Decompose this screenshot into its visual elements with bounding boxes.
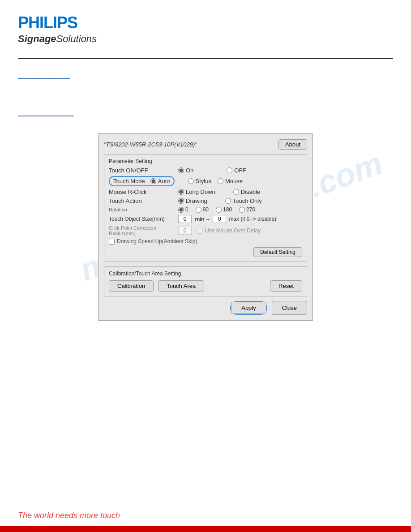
touch-action-touchonly-option[interactable]: Touch Only (225, 197, 262, 204)
touch-on-off-group: On OFF (178, 167, 246, 174)
touch-on-off-row: Touch ON/OFF On OFF (109, 167, 302, 174)
touch-mode-row: Touch Mode Auto Stylus Mouse (109, 176, 302, 186)
touch-object-max-input[interactable] (213, 215, 226, 223)
touch-mode-highlight: Touch Mode Auto (109, 176, 175, 186)
rotation-label: Rotation (109, 207, 178, 212)
rotation-row: Rotation 0 90 180 (109, 206, 302, 213)
rotation-90-radio[interactable] (196, 207, 201, 213)
drawing-speed-up-label: Drawing Speed Up(Ambient Skip) (117, 238, 197, 245)
dialog-wrapper: "TSI3202-W55R-2C53-10P(V1029)" About Par… (18, 133, 393, 321)
touch-action-label: Touch Action (109, 197, 178, 204)
touch-action-touchonly-text: Touch Only (233, 197, 262, 204)
rotation-0-option[interactable]: 0 (178, 206, 188, 213)
dialog-title: "TSI3202-W55R-2C53-10P(V1029)" (104, 141, 197, 148)
touch-action-drawing-text: Drawing (186, 197, 207, 204)
correction-label: Click Point Correction Radius(mm) (109, 225, 178, 236)
link-1[interactable]: _______________ (18, 72, 70, 79)
rotation-90-option[interactable]: 90 (196, 206, 209, 213)
philips-logo: PHILIPS (18, 13, 393, 32)
touch-mode-auto-option[interactable]: Auto (150, 178, 170, 184)
mouse-rclick-row: Mouse R-Click Long Down Disable (109, 189, 302, 195)
content-area: _______________ ________________ manuals… (0, 59, 411, 330)
touch-mode-auto-text: Auto (158, 178, 170, 184)
touch-mode-auto-radio[interactable] (150, 178, 156, 184)
touch-action-drawing-radio[interactable] (178, 198, 184, 204)
touch-action-touchonly-radio[interactable] (225, 198, 231, 204)
touch-object-size-label: Touch Object Size(mm) (109, 216, 178, 222)
touch-action-drawing-option[interactable]: Drawing (178, 197, 207, 204)
touch-object-min-input[interactable] (178, 215, 192, 223)
rotation-270-radio[interactable] (239, 207, 245, 213)
touch-on-text: On (186, 167, 193, 174)
mouse-rclick-longdown-text: Long Down (186, 189, 215, 195)
calibration-group: Calibration/Touch Area Setting Calibrati… (104, 266, 307, 296)
touch-off-radio[interactable] (227, 167, 232, 173)
touch-off-text: OFF (234, 167, 246, 174)
touch-mode-mouse-option[interactable]: Mouse (218, 178, 243, 184)
rotation-0-text: 0 (185, 206, 188, 213)
rotation-180-text: 180 (223, 206, 232, 213)
default-setting-button[interactable]: Default Setting (253, 247, 302, 257)
rotation-180-option[interactable]: 180 (216, 206, 232, 213)
footer-bar (0, 526, 411, 532)
touch-area-button[interactable]: Touch Area (158, 280, 204, 292)
apply-oval: Apply (230, 301, 267, 315)
about-button[interactable]: About (278, 139, 307, 150)
mouse-rclick-label: Mouse R-Click (109, 189, 178, 195)
link-2[interactable]: ________________ (18, 109, 74, 116)
default-setting-row: Default Setting (109, 247, 302, 257)
mouse-rclick-longdown-option[interactable]: Long Down (178, 189, 215, 195)
close-button[interactable]: Close (272, 301, 307, 315)
parameter-setting-group: Parameter Setting Touch ON/OFF On OFF (104, 154, 307, 262)
calibration-button[interactable]: Calibration (109, 280, 154, 292)
touch-action-group: Drawing Touch Only (178, 197, 262, 204)
rotation-270-option[interactable]: 270 (239, 206, 255, 213)
rotation-180-radio[interactable] (216, 207, 222, 213)
touch-action-row: Touch Action Drawing Touch Only (109, 197, 302, 204)
mouse-rclick-longdown-radio[interactable] (178, 189, 184, 195)
drawing-speed-up-row: Drawing Speed Up(Ambient Skip) (109, 238, 302, 245)
touch-mode-stylus-text: Stylus (196, 178, 211, 184)
use-mouse-over-delay-label: Use Mouse Over Delay (205, 227, 261, 234)
touch-object-suffix: max (if 0 -> disable) (229, 216, 276, 222)
apply-button[interactable]: Apply (231, 302, 266, 314)
rotation-0-radio[interactable] (178, 207, 184, 213)
touch-off-option[interactable]: OFF (227, 167, 246, 174)
mouse-rclick-disable-radio[interactable] (233, 189, 239, 195)
touch-mode-label: Touch Mode (113, 178, 145, 184)
footer-text-highlight: touch (100, 511, 120, 520)
footer: The world needs more touch (0, 506, 411, 532)
parameter-setting-label: Parameter Setting (109, 158, 302, 164)
mouse-rclick-group: Long Down Disable (178, 189, 260, 195)
correction-row: Click Point Correction Radius(mm) Use Mo… (109, 225, 302, 236)
mouse-rclick-disable-option[interactable]: Disable (233, 189, 260, 195)
touch-mode-stylus-radio[interactable] (188, 178, 194, 184)
header: PHILIPS SignageSolutions (0, 0, 411, 51)
calibration-group-label: Calibration/Touch Area Setting (109, 270, 302, 277)
bottom-buttons: Apply Close (104, 301, 307, 315)
touch-object-separator: min ~ (193, 216, 211, 223)
touch-object-size-row: Touch Object Size(mm) min ~ max (if 0 ->… (109, 215, 302, 223)
touch-mode-mouse-text: Mouse (225, 178, 243, 184)
touch-on-radio[interactable] (178, 167, 184, 173)
touch-on-off-label: Touch ON/OFF (109, 167, 178, 174)
solutions-text: Solutions (56, 33, 97, 44)
use-mouse-over-delay-checkbox (197, 228, 203, 234)
touch-on-option[interactable]: On (178, 167, 193, 174)
signage-logo: SignageSolutions (18, 33, 393, 45)
correction-input (178, 227, 192, 235)
dialog: "TSI3202-W55R-2C53-10P(V1029)" About Par… (98, 133, 313, 321)
mouse-rclick-disable-text: Disable (241, 189, 260, 195)
dialog-title-row: "TSI3202-W55R-2C53-10P(V1029)" About (104, 139, 307, 150)
rotation-90-text: 90 (203, 206, 209, 213)
rotation-270-text: 270 (246, 206, 255, 213)
footer-text-before: The world needs more (18, 511, 100, 520)
signage-text: Signage (18, 33, 56, 44)
rotation-options: 0 90 180 270 (178, 206, 255, 213)
drawing-speed-up-checkbox[interactable] (109, 239, 115, 245)
footer-text: The world needs more touch (0, 506, 411, 526)
touch-mode-mouse-radio[interactable] (218, 178, 223, 184)
reset-button[interactable]: Reset (270, 280, 302, 292)
calibration-buttons: Calibration Touch Area Reset (109, 280, 302, 292)
touch-mode-stylus-option[interactable]: Stylus (188, 178, 211, 184)
